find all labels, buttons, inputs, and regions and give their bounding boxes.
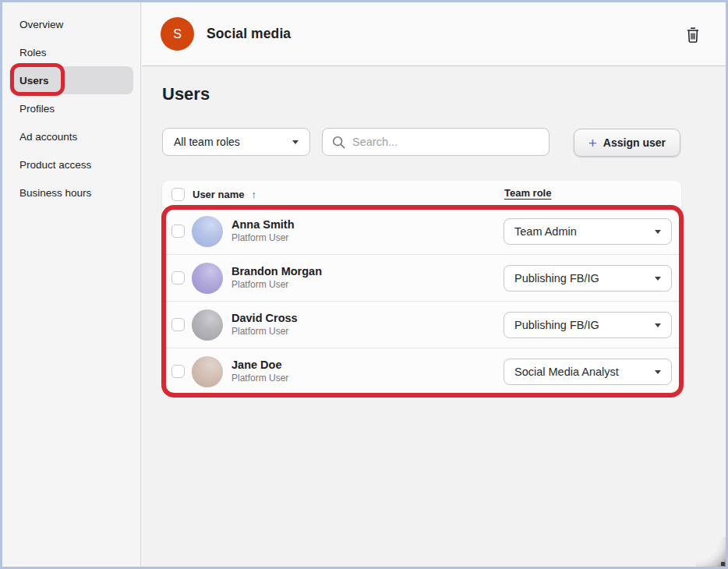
user-subtitle: Platform User	[231, 279, 322, 291]
plus-icon: +	[588, 136, 597, 150]
user-meta: Anna Smith Platform User	[231, 218, 295, 244]
user-subtitle: Platform User	[231, 326, 298, 338]
page-title: Users	[162, 84, 210, 104]
user-subtitle: Platform User	[231, 232, 295, 244]
table-row: Anna Smith Platform User Team Admin	[162, 207, 681, 254]
user-subtitle: Platform User	[231, 373, 288, 384]
search-input[interactable]	[352, 136, 539, 148]
user-name: Anna Smith	[231, 218, 295, 231]
column-team-role[interactable]: Team role	[504, 187, 551, 199]
assign-user-label: Assign user	[603, 136, 666, 149]
team-role-value: Social Media Analyst	[514, 366, 619, 378]
team-role-value: Team Admin	[514, 225, 577, 238]
team-role-value: Publishing FB/IG	[514, 319, 599, 331]
chevron-down-icon	[655, 277, 661, 281]
table-row: Jane Doe Platform User Social Media Anal…	[162, 348, 681, 394]
search-field	[322, 128, 550, 156]
chevron-down-icon	[655, 230, 661, 234]
sidebar-item-business-hours[interactable]: Business hours	[9, 178, 133, 207]
app-window: Overview Roles Users Profiles Ad account…	[0, 0, 728, 569]
team-role-select[interactable]: Social Media Analyst	[504, 359, 672, 385]
trash-icon	[685, 27, 701, 44]
settings-sidebar: Overview Roles Users Profiles Ad account…	[2, 2, 141, 567]
avatar	[192, 263, 223, 294]
sidebar-item-profiles[interactable]: Profiles	[9, 94, 133, 122]
team-header: S Social media	[142, 2, 726, 66]
row-checkbox[interactable]	[171, 271, 185, 284]
team-role-select[interactable]: Publishing FB/IG	[504, 312, 672, 338]
team-role-filter[interactable]: All team roles	[162, 128, 310, 156]
users-table: User name ↑ Team role Anna Smith Platfor…	[162, 181, 681, 394]
team-role-filter-value: All team roles	[174, 136, 240, 148]
user-name: David Cross	[231, 312, 298, 325]
sidebar-item-roles[interactable]: Roles	[9, 38, 133, 66]
column-user-name[interactable]: User name	[193, 189, 244, 200]
team-avatar: S	[161, 17, 194, 51]
table-row: David Cross Platform User Publishing FB/…	[162, 301, 681, 348]
table-header-row: User name ↑ Team role	[162, 181, 681, 207]
avatar	[192, 309, 223, 341]
user-name: Jane Doe	[231, 359, 288, 372]
row-checkbox[interactable]	[171, 224, 185, 238]
sidebar-item-ad-accounts[interactable]: Ad accounts	[9, 122, 133, 150]
main-panel: S Social media Users All team roles	[142, 2, 726, 567]
user-meta: David Cross Platform User	[231, 312, 298, 338]
user-meta: Brandon Morgan Platform User	[231, 265, 322, 291]
row-checkbox[interactable]	[171, 365, 185, 378]
sidebar-item-users[interactable]: Users	[9, 66, 133, 94]
table-row: Brandon Morgan Platform User Publishing …	[162, 254, 681, 301]
user-meta: Jane Doe Platform User	[231, 359, 288, 384]
users-content: Users All team roles + Assign user	[142, 67, 726, 567]
user-name: Brandon Morgan	[231, 265, 322, 278]
search-icon	[332, 136, 345, 149]
team-role-value: Publishing FB/IG	[514, 272, 599, 284]
assign-user-button[interactable]: + Assign user	[574, 129, 680, 157]
chevron-down-icon	[655, 323, 661, 327]
chevron-down-icon	[292, 140, 299, 144]
delete-team-button[interactable]	[685, 27, 701, 44]
team-role-select[interactable]: Publishing FB/IG	[504, 265, 672, 292]
sort-asc-icon[interactable]: ↑	[251, 189, 256, 200]
team-role-select[interactable]: Team Admin	[504, 218, 672, 245]
sidebar-item-overview[interactable]: Overview	[9, 10, 133, 38]
row-checkbox[interactable]	[171, 318, 185, 331]
team-name: Social media	[207, 26, 291, 42]
avatar	[192, 356, 223, 387]
sidebar-item-product-access[interactable]: Product access	[9, 150, 133, 178]
chevron-down-icon	[655, 370, 661, 374]
avatar	[192, 216, 223, 247]
sidebar-nav: Overview Roles Users Profiles Ad account…	[2, 10, 140, 207]
select-all-checkbox[interactable]	[171, 188, 185, 201]
toolbar: All team roles + Assign user	[162, 128, 680, 156]
